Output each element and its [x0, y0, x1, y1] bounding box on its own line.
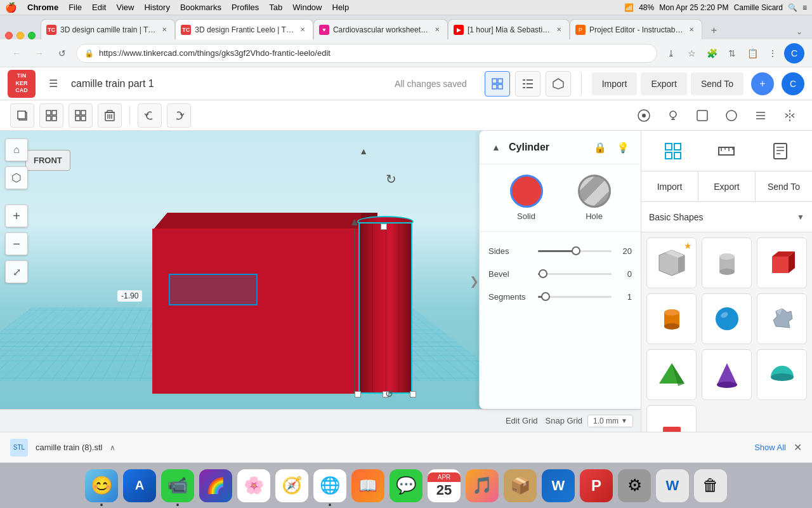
rp-note-icon[interactable]	[765, 136, 796, 166]
shape-half-sphere-teal[interactable]	[757, 349, 807, 400]
sides-thumb[interactable]	[572, 246, 580, 255]
tab-tc1[interactable]: TC 3D design camille train | T… ✕	[41, 19, 175, 39]
shape-rough[interactable]	[757, 293, 807, 344]
shape-partial-red[interactable]	[646, 405, 697, 432]
segments-thumb[interactable]	[541, 292, 550, 301]
export-action-btn[interactable]: Export	[698, 171, 756, 201]
sync-icon[interactable]: ⇅	[723, 44, 741, 62]
dock-photos[interactable]: 🌸	[237, 469, 270, 502]
tab-close-yt[interactable]: ✕	[554, 25, 564, 35]
dock-settings[interactable]: ⚙	[618, 469, 651, 502]
search-icon[interactable]: 🔍	[788, 3, 797, 12]
chrome-menu-icon[interactable]: ⋮	[764, 44, 782, 62]
tinkercad-logo[interactable]: TINKERCAD	[8, 70, 36, 98]
snap-grid-value[interactable]: 1.0 mm ▼	[587, 415, 633, 427]
forward-button[interactable]: →	[30, 44, 48, 62]
back-button[interactable]: ←	[8, 44, 25, 62]
view-grid-btn[interactable]	[485, 71, 510, 97]
panel-light-btn[interactable]: 💡	[614, 138, 632, 156]
dock-asset[interactable]: 📦	[504, 469, 537, 502]
dock-finder[interactable]: 😊	[85, 469, 118, 502]
menu-view[interactable]: View	[116, 3, 134, 12]
dock-messages[interactable]: 💬	[390, 469, 422, 502]
dock-trash[interactable]: 🗑	[694, 469, 727, 502]
bevel-slider[interactable]	[538, 267, 612, 280]
send-to-btn[interactable]: Send To	[691, 72, 743, 95]
shape-diagonal-box[interactable]: ★	[646, 237, 697, 288]
bevel-thumb[interactable]	[539, 269, 547, 278]
delete-btn[interactable]	[98, 104, 122, 128]
panel-lock-btn[interactable]: 🔒	[591, 138, 609, 156]
apple-menu[interactable]: 🍎	[5, 2, 17, 13]
reload-button[interactable]: ↺	[53, 44, 71, 62]
snap-grid-dropdown-arrow[interactable]: ▼	[621, 417, 627, 424]
view-mode-btn[interactable]	[632, 104, 656, 128]
tab-close-cv[interactable]: ✕	[432, 25, 442, 35]
shape-blue-sphere[interactable]	[702, 293, 752, 344]
dock-chrome[interactable]: 🌐	[313, 469, 346, 502]
cube-nav-btn[interactable]: ⬡	[5, 166, 28, 189]
dock-pageapp[interactable]: P	[580, 469, 613, 502]
control-center-icon[interactable]: ≡	[802, 3, 807, 12]
duplicate-btn[interactable]	[10, 104, 34, 128]
menu-hamburger[interactable]: ☰	[43, 74, 63, 94]
save-page-icon[interactable]: 📋	[743, 44, 761, 62]
3d-scene[interactable]: ▲ -1.90 ↻ ▲ ↺	[102, 165, 431, 394]
shape-orange-cylinder[interactable]	[646, 293, 697, 344]
align-btn[interactable]	[749, 104, 773, 128]
shape-mode-btn[interactable]	[690, 104, 714, 128]
show-all-link[interactable]: Show All	[754, 443, 786, 452]
dock-calendar[interactable]: APR 25	[428, 469, 461, 502]
bookmark-star-icon[interactable]: ☆	[683, 44, 700, 62]
tab-close-pj[interactable]: ✕	[686, 25, 697, 35]
sides-slider[interactable]	[538, 244, 612, 257]
rotation-handle[interactable]: ↻	[386, 171, 396, 187]
dock-books[interactable]: 📖	[351, 469, 384, 502]
dock-word[interactable]: W	[542, 469, 575, 502]
lighting-btn[interactable]	[661, 104, 685, 128]
shapes-dropdown-arrow[interactable]: ▼	[797, 213, 804, 222]
edit-grid-btn[interactable]: Edit Grid	[506, 416, 538, 425]
panel-scroll-indicator[interactable]: ❯	[469, 274, 479, 288]
view-3d-btn[interactable]	[546, 71, 571, 97]
tc-viewport[interactable]: ⌂ ⬡ + − ⤢ FRONT	[0, 131, 641, 432]
segments-slider[interactable]	[538, 290, 612, 303]
dock-word2[interactable]: W	[656, 469, 689, 502]
tab-yt[interactable]: ▶ [1 hour] Mia & Sebasti… ✕	[448, 19, 570, 39]
redo-btn[interactable]	[167, 104, 191, 128]
group-btn[interactable]	[39, 104, 63, 128]
dock-facetime[interactable]: 📹	[161, 469, 194, 502]
dock-itunes[interactable]: 🎵	[466, 469, 499, 502]
solid-swatch[interactable]	[510, 175, 543, 208]
circle-shape-btn[interactable]	[719, 104, 743, 128]
menu-chrome[interactable]: Chrome	[27, 3, 58, 12]
menu-file[interactable]: File	[69, 3, 82, 12]
profile-button[interactable]: C	[784, 43, 804, 64]
tab-close-tc1[interactable]: ✕	[159, 25, 169, 35]
download-chevron-icon[interactable]: ∧	[110, 443, 115, 452]
fit-view-btn[interactable]: ⤢	[5, 260, 28, 283]
shape-purple-cone[interactable]	[702, 349, 752, 400]
dock-safari[interactable]: 🧭	[275, 469, 308, 502]
menu-window[interactable]: Window	[292, 3, 322, 12]
mirror-btn[interactable]	[778, 104, 802, 128]
rp-grid-icon[interactable]	[658, 136, 688, 166]
user-avatar[interactable]: C	[782, 72, 804, 95]
window-minimize[interactable]	[16, 32, 24, 39]
tab-close-tc2[interactable]: ✕	[298, 25, 308, 35]
menu-bookmarks[interactable]: Bookmarks	[180, 3, 221, 12]
shape-green-pyramid[interactable]	[646, 349, 697, 400]
export-btn[interactable]: Export	[641, 72, 686, 95]
shape-red-cube[interactable]	[757, 237, 807, 288]
add-user-btn[interactable]: +	[751, 72, 774, 95]
dock-appstore[interactable]: A	[123, 469, 156, 502]
undo-btn[interactable]	[138, 104, 162, 128]
send-to-action-btn[interactable]: Send To	[756, 171, 812, 201]
tab-list-chevron[interactable]: ⌄	[792, 24, 807, 39]
solid-color-option[interactable]: Solid	[510, 175, 543, 221]
menu-history[interactable]: History	[144, 3, 169, 12]
address-bar[interactable]: 🔒 https://www.tinkercad.com/things/gks3g…	[76, 44, 657, 63]
hole-swatch[interactable]	[578, 175, 611, 208]
view-list-btn[interactable]	[515, 71, 540, 97]
tab-tc2[interactable]: TC 3D design Frantic Leelo | T… ✕	[175, 19, 313, 39]
